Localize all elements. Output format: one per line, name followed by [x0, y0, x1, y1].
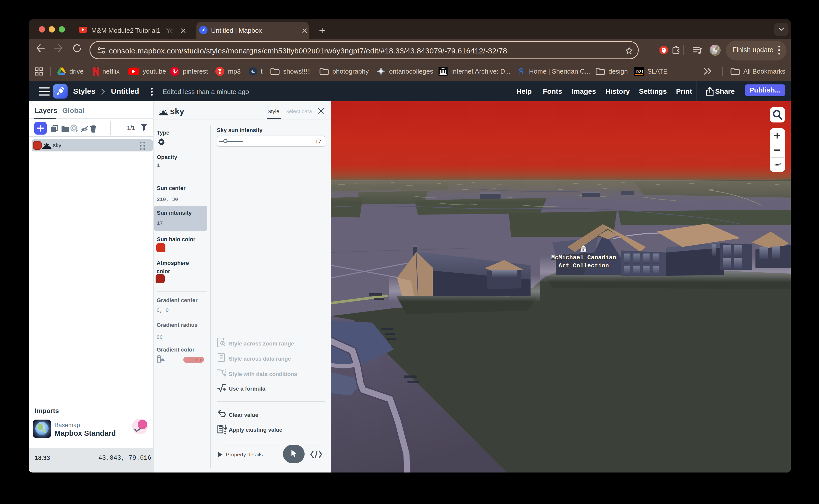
svg-text:Art Collection: Art Collection — [559, 263, 609, 269]
svg-text:D2L: D2L — [635, 69, 644, 74]
svg-text:McMichael Canadian: McMichael Canadian — [551, 255, 616, 261]
svg-text:S: S — [519, 67, 524, 76]
